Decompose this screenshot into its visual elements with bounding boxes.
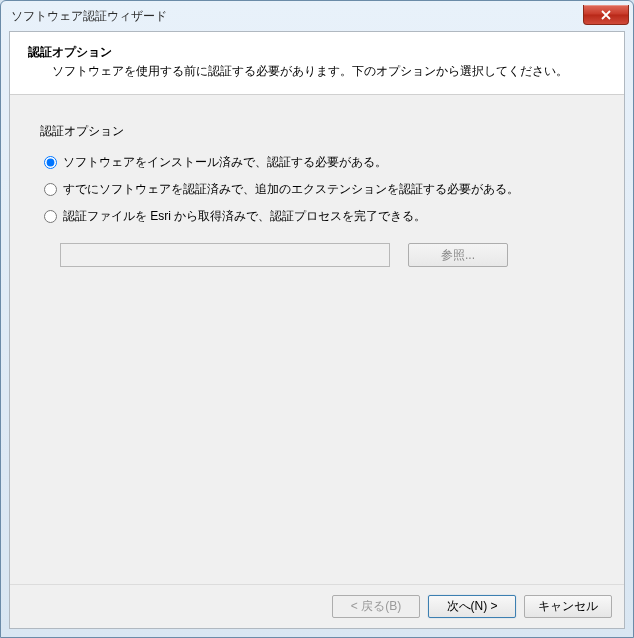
file-row: 参照... — [40, 243, 594, 267]
titlebar: ソフトウェア認証ウィザード — [1, 1, 633, 31]
radio-label-extension[interactable]: すでにソフトウェアを認証済みで、追加のエクステンションを認証する必要がある。 — [63, 181, 519, 198]
cancel-button[interactable]: キャンセル — [524, 595, 612, 618]
close-button[interactable] — [583, 5, 629, 25]
window-title: ソフトウェア認証ウィザード — [11, 8, 167, 25]
footer: < 戻る(B) 次へ(N) > キャンセル — [10, 584, 624, 628]
radio-input-extension[interactable] — [44, 183, 57, 196]
main-body: 認証オプション ソフトウェアをインストール済みで、認証する必要がある。 すでにソ… — [10, 94, 624, 584]
header-subtitle: ソフトウェアを使用する前に認証する必要があります。下のオプションから選択してくだ… — [28, 63, 606, 80]
radio-label-install[interactable]: ソフトウェアをインストール済みで、認証する必要がある。 — [63, 154, 387, 171]
radio-input-file[interactable] — [44, 210, 57, 223]
radio-option-extension[interactable]: すでにソフトウェアを認証済みで、追加のエクステンションを認証する必要がある。 — [40, 181, 594, 198]
header-section: 認証オプション ソフトウェアを使用する前に認証する必要があります。下のオプション… — [10, 32, 624, 94]
browse-button: 参照... — [408, 243, 508, 267]
close-icon — [601, 10, 611, 20]
header-title: 認証オプション — [28, 44, 606, 61]
next-button[interactable]: 次へ(N) > — [428, 595, 516, 618]
back-button: < 戻る(B) — [332, 595, 420, 618]
radio-label-file[interactable]: 認証ファイルを Esri から取得済みで、認証プロセスを完了できる。 — [63, 208, 426, 225]
radio-input-install[interactable] — [44, 156, 57, 169]
auth-file-input — [60, 243, 390, 267]
content-panel: 認証オプション ソフトウェアを使用する前に認証する必要があります。下のオプション… — [9, 31, 625, 629]
wizard-window: ソフトウェア認証ウィザード 認証オプション ソフトウェアを使用する前に認証する必… — [0, 0, 634, 638]
radio-option-file[interactable]: 認証ファイルを Esri から取得済みで、認証プロセスを完了できる。 — [40, 208, 594, 225]
radio-option-install[interactable]: ソフトウェアをインストール済みで、認証する必要がある。 — [40, 154, 594, 171]
group-label: 認証オプション — [40, 123, 594, 140]
